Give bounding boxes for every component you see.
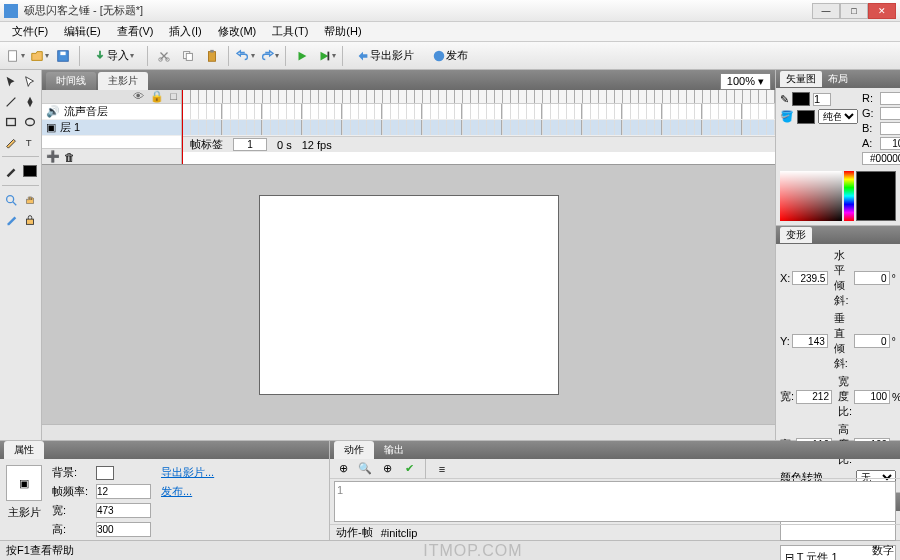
script-editor[interactable]: 1 [334, 481, 896, 522]
stage-area[interactable] [42, 165, 775, 424]
undo-button[interactable]: ▾ [234, 45, 256, 67]
tab-properties[interactable]: 属性 [4, 441, 44, 459]
menu-edit[interactable]: 编辑(E) [56, 24, 109, 39]
redo-button[interactable]: ▾ [258, 45, 280, 67]
titlebar: 硕思闪客之锤 - [无标题*] — □ ✕ [0, 0, 900, 22]
clip-type-label: 主影片 [6, 505, 42, 520]
publish-button[interactable]: 发布 [424, 45, 476, 67]
a-input[interactable] [880, 137, 900, 150]
eye-icon[interactable]: 👁 [133, 90, 144, 103]
hue-slider[interactable] [844, 171, 854, 221]
paste-button[interactable] [201, 45, 223, 67]
export-link[interactable]: 导出影片... [161, 465, 214, 480]
pen-tool[interactable] [22, 93, 40, 111]
pencil-tool[interactable] [2, 133, 20, 151]
cut-button[interactable] [153, 45, 175, 67]
tab-output[interactable]: 输出 [374, 441, 414, 459]
oval-tool[interactable] [22, 113, 40, 131]
menu-help[interactable]: 帮助(H) [316, 24, 369, 39]
fps-input[interactable] [96, 484, 151, 499]
menu-insert[interactable]: 插入(I) [161, 24, 209, 39]
menu-tools[interactable]: 工具(T) [264, 24, 316, 39]
stroke-swatch[interactable] [792, 92, 810, 106]
svg-line-11 [6, 98, 15, 107]
tab-vector[interactable]: 矢量图 [780, 71, 822, 87]
svg-rect-2 [60, 51, 65, 55]
wr-input[interactable] [854, 390, 890, 404]
svg-point-13 [26, 119, 35, 126]
stage-canvas[interactable] [259, 195, 559, 395]
menu-view[interactable]: 查看(V) [109, 24, 162, 39]
script-foot-label: 动作-帧 [336, 525, 373, 540]
height-input[interactable] [96, 522, 151, 537]
close-button[interactable]: ✕ [868, 3, 896, 19]
svg-rect-8 [210, 49, 214, 52]
tab-actions[interactable]: 动作 [334, 441, 374, 459]
tab-timeline[interactable]: 时间线 [46, 72, 96, 90]
menu-modify[interactable]: 修改(M) [210, 24, 265, 39]
r-input[interactable] [880, 92, 900, 105]
find-icon[interactable]: 🔍 [356, 460, 374, 478]
playhead-button[interactable]: ▾ [315, 45, 337, 67]
layer-1[interactable]: ▣层 1 [42, 120, 181, 136]
w-input[interactable] [796, 390, 832, 404]
lock-tool[interactable] [22, 211, 40, 229]
y-input[interactable] [792, 334, 828, 348]
add-script-icon[interactable]: ⊕ [334, 460, 352, 478]
export-button[interactable]: 导出影片 [348, 45, 422, 67]
delete-layer-icon[interactable]: 🗑 [64, 151, 75, 163]
check-icon[interactable]: ✔ [400, 460, 418, 478]
import-button[interactable]: 导入▾ [85, 45, 142, 67]
vskew-input[interactable] [854, 334, 890, 348]
g-input[interactable] [880, 107, 900, 120]
add-layer-icon[interactable]: ➕ [46, 150, 60, 163]
subselect-tool[interactable] [22, 73, 40, 91]
zoom-tool[interactable] [2, 191, 20, 209]
fill-color[interactable] [22, 162, 40, 180]
minimize-button[interactable]: — [812, 3, 840, 19]
open-button[interactable]: ▾ [28, 45, 50, 67]
frame-ruler[interactable] [182, 90, 775, 104]
script-format-icon[interactable]: ≡ [433, 460, 451, 478]
stroke-color[interactable] [2, 162, 20, 180]
target-icon[interactable]: ⊕ [378, 460, 396, 478]
bg-swatch[interactable] [96, 466, 114, 480]
tab-transform[interactable]: 变形 [780, 227, 812, 243]
selection-tool[interactable] [2, 73, 20, 91]
lock-icon[interactable]: 🔒 [150, 90, 164, 103]
fill-type-select[interactable]: 纯色 [818, 109, 858, 124]
frames-sound[interactable] [182, 104, 775, 120]
publish-link[interactable]: 发布... [161, 484, 214, 499]
stroke-width-input[interactable] [813, 93, 831, 106]
line-tool[interactable] [2, 93, 20, 111]
play-button[interactable] [291, 45, 313, 67]
rect-tool[interactable] [2, 113, 20, 131]
tab-layout[interactable]: 布局 [822, 71, 854, 87]
hex-input[interactable] [862, 152, 900, 165]
copy-button[interactable] [177, 45, 199, 67]
bucket-icon: 🪣 [780, 110, 794, 123]
svg-point-15 [6, 196, 13, 203]
menu-file[interactable]: 文件(F) [4, 24, 56, 39]
layer-sound[interactable]: 🔊流声音层 [42, 104, 181, 120]
zoom-select[interactable]: 100% ▾ [720, 73, 771, 90]
new-button[interactable]: ▾ [4, 45, 26, 67]
text-tool[interactable]: T [22, 133, 40, 151]
playhead[interactable] [182, 90, 183, 164]
save-button[interactable] [52, 45, 74, 67]
stage-scrollbar[interactable] [42, 424, 775, 440]
hskew-input[interactable] [854, 271, 890, 285]
current-frame-input[interactable] [233, 138, 267, 151]
frames-layer1[interactable] [182, 120, 775, 136]
hand-tool[interactable] [22, 191, 40, 209]
width-input[interactable] [96, 503, 151, 518]
maximize-button[interactable]: □ [840, 3, 868, 19]
color-picker[interactable] [780, 171, 842, 221]
fill-swatch[interactable] [797, 110, 815, 124]
svg-rect-9 [327, 51, 329, 60]
b-input[interactable] [880, 122, 900, 135]
menubar: 文件(F) 编辑(E) 查看(V) 插入(I) 修改(M) 工具(T) 帮助(H… [0, 22, 900, 42]
eyedropper-tool[interactable] [2, 211, 20, 229]
tab-mainclip[interactable]: 主影片 [98, 72, 148, 90]
x-input[interactable] [792, 271, 828, 285]
